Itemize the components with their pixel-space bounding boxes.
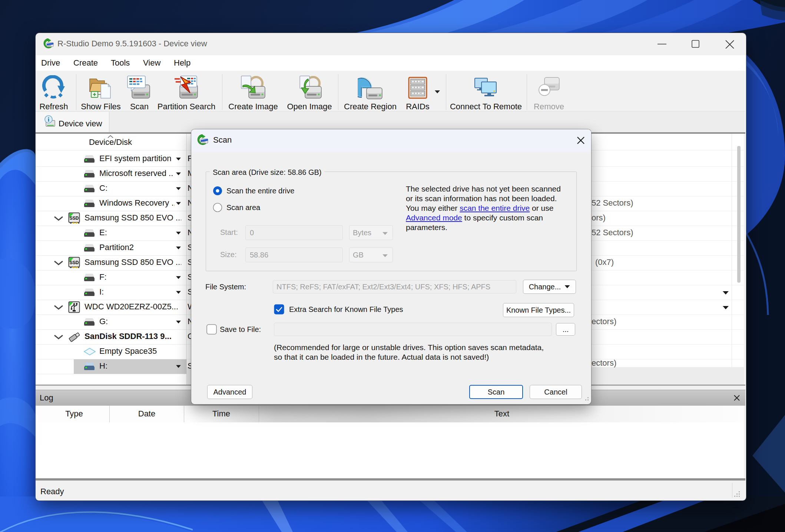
svg-text:SSD: SSD xyxy=(70,216,79,221)
svg-text:i: i xyxy=(48,116,50,123)
svg-text:SSD: SSD xyxy=(70,260,79,265)
